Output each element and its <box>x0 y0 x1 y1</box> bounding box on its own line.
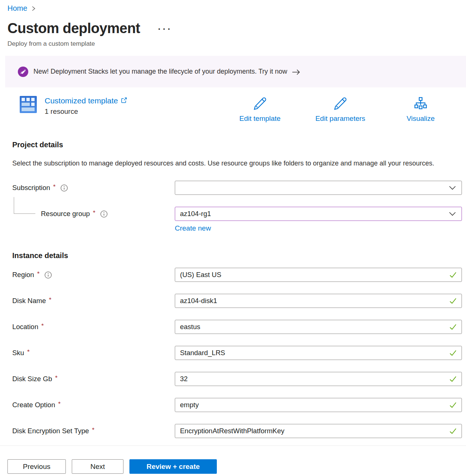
subscription-input[interactable] <box>175 181 462 195</box>
disk-name-row: Disk Name * <box>12 294 462 308</box>
region-label-text: Region <box>12 271 34 279</box>
sku-row: Sku * <box>12 346 462 360</box>
project-details-heading: Project details <box>12 140 466 149</box>
customized-template-link[interactable]: Customized template <box>45 96 127 106</box>
required-asterisk: * <box>92 427 94 434</box>
breadcrumb: Home <box>0 0 466 13</box>
deployment-stacks-banner[interactable]: New! Deployment Stacks let you manage th… <box>5 56 466 87</box>
more-options-button[interactable]: ··· <box>158 25 173 33</box>
resource-group-input[interactable] <box>175 207 462 221</box>
resource-count: 1 resource <box>45 107 127 116</box>
info-icon[interactable] <box>44 271 52 279</box>
external-link-icon <box>121 96 127 106</box>
resource-group-row: Resource group * <box>12 207 462 221</box>
next-button[interactable]: Next <box>72 459 123 474</box>
previous-button[interactable]: Previous <box>7 459 66 474</box>
template-section: Customized template 1 resource Edit temp… <box>19 96 461 123</box>
breadcrumb-home-link[interactable]: Home <box>7 4 27 13</box>
create-option-row: Create Option * <box>12 398 462 412</box>
banner-text: New! Deployment Stacks let you manage th… <box>33 68 287 75</box>
required-asterisk: * <box>41 322 44 330</box>
arrow-right-icon <box>292 69 301 75</box>
sku-field[interactable] <box>175 346 462 360</box>
review-create-button[interactable]: Review + create <box>129 459 217 474</box>
disk-encryption-set-type-label-text: Disk Encryption Set Type <box>12 427 89 435</box>
location-input[interactable] <box>175 320 462 334</box>
visualize-label: Visualize <box>406 115 435 123</box>
visualize-button[interactable]: Visualize <box>380 96 461 123</box>
template-icon <box>19 96 37 113</box>
project-details-description: Select the subscription to manage deploy… <box>12 158 440 169</box>
disk-size-input[interactable] <box>175 372 462 386</box>
required-asterisk: * <box>93 209 96 217</box>
required-asterisk: * <box>27 348 30 356</box>
project-details-form: Subscription * Resource group * <box>12 181 462 232</box>
create-new-link[interactable]: Create new <box>175 224 211 232</box>
region-row: Region * <box>12 268 462 282</box>
template-actions: Edit template Edit parameters Visualize <box>220 96 461 123</box>
disk-name-label: Disk Name * <box>12 297 175 305</box>
region-input[interactable] <box>175 268 462 282</box>
create-option-label: Create Option * <box>12 401 175 409</box>
customized-template-label: Customized template <box>45 96 118 106</box>
wizard-footer: Previous Next Review + create <box>0 446 466 476</box>
edit-template-label: Edit template <box>240 115 281 123</box>
location-label-text: Location <box>12 323 38 331</box>
disk-encryption-set-type-label: Disk Encryption Set Type * <box>12 427 175 435</box>
region-label: Region * <box>12 271 175 279</box>
disk-size-field[interactable] <box>175 372 462 386</box>
disk-name-label-text: Disk Name <box>12 297 46 305</box>
resource-group-label-text: Resource group <box>41 210 90 218</box>
disk-size-label: Disk Size Gb * <box>12 375 175 383</box>
resource-group-dropdown[interactable] <box>175 207 462 221</box>
edit-template-button[interactable]: Edit template <box>220 96 300 123</box>
location-row: Location * <box>12 320 462 334</box>
chevron-right-icon <box>31 6 36 12</box>
required-asterisk: * <box>58 401 61 408</box>
location-field[interactable] <box>175 320 462 334</box>
create-option-label-text: Create Option <box>12 401 55 409</box>
page-header: Custom deployment ··· <box>7 19 466 37</box>
disk-name-input[interactable] <box>175 294 462 308</box>
page-subtitle: Deploy from a custom template <box>7 39 466 48</box>
subscription-label: Subscription * <box>12 184 175 192</box>
disk-encryption-set-type-field[interactable] <box>175 424 462 438</box>
disk-size-row: Disk Size Gb * <box>12 372 462 386</box>
region-field[interactable] <box>175 268 462 282</box>
edit-parameters-button[interactable]: Edit parameters <box>300 96 380 123</box>
page-title: Custom deployment <box>7 19 140 37</box>
sku-input[interactable] <box>175 346 462 360</box>
info-icon[interactable] <box>60 184 68 192</box>
pencil-icon <box>333 96 348 112</box>
subscription-label-text: Subscription <box>12 184 50 192</box>
pencil-icon <box>253 96 267 112</box>
org-chart-icon <box>413 96 428 112</box>
rocket-icon <box>18 67 28 77</box>
create-option-field[interactable] <box>175 398 462 412</box>
disk-encryption-set-type-row: Disk Encryption Set Type * <box>12 424 462 438</box>
required-asterisk: * <box>49 296 51 304</box>
create-new-row: Create new <box>12 224 462 232</box>
create-option-input[interactable] <box>175 398 462 412</box>
sku-label-text: Sku <box>12 349 24 357</box>
disk-encryption-set-type-input[interactable] <box>175 424 462 438</box>
edit-parameters-label: Edit parameters <box>315 115 365 123</box>
required-asterisk: * <box>55 374 58 382</box>
required-asterisk: * <box>53 183 56 191</box>
field-connector-line <box>14 197 35 214</box>
location-label: Location * <box>12 323 175 331</box>
instance-details-form: Region * Disk Name * Location * <box>12 268 462 438</box>
info-icon[interactable] <box>100 210 108 218</box>
resource-group-label: Resource group * <box>12 210 175 218</box>
disk-size-label-text: Disk Size Gb <box>12 375 52 383</box>
required-asterisk: * <box>37 270 40 278</box>
disk-name-field[interactable] <box>175 294 462 308</box>
subscription-dropdown[interactable] <box>175 181 462 195</box>
sku-label: Sku * <box>12 349 175 357</box>
subscription-row: Subscription * <box>12 181 462 195</box>
instance-details-heading: Instance details <box>12 251 466 260</box>
